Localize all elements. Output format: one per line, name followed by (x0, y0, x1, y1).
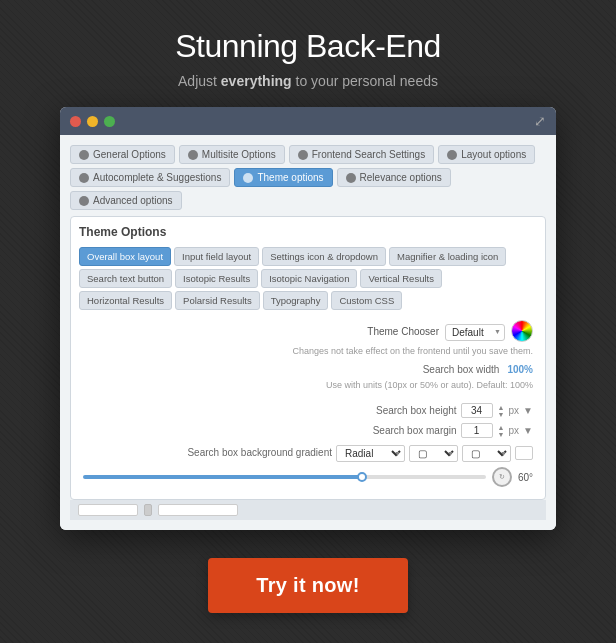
form-area: Theme Chooser Default Changes not take e… (79, 320, 537, 487)
search-box-height-label: Search box height (376, 405, 457, 416)
gradient-color1-select[interactable]: ▢ (409, 445, 458, 462)
height-unit-dropdown[interactable]: ▼ (523, 405, 533, 416)
tab-autocomplete-label: Autocomplete & Suggestions (93, 172, 221, 183)
search-box-width-hint-row: Use with units (10px or 50% or auto). De… (83, 380, 533, 398)
gradient-type-select[interactable]: Radial Linear (336, 445, 405, 462)
strip-item-1 (78, 504, 138, 516)
search-box-margin-input[interactable]: 1 (461, 423, 493, 438)
rotation-icon[interactable]: ↻ (492, 467, 512, 487)
margin-spinner[interactable]: ▲ ▼ (498, 424, 505, 438)
search-box-width-value: 100% (507, 364, 533, 375)
subtab-search-text[interactable]: Search text button (79, 269, 172, 288)
search-box-height-input[interactable]: 34 (461, 403, 493, 418)
height-up-arrow[interactable]: ▲ (498, 404, 505, 411)
color-swatch[interactable] (511, 320, 533, 342)
tab-layout-options[interactable]: Layout options (438, 145, 535, 164)
gradient-color2-wrapper[interactable]: ▢ (462, 443, 511, 462)
browser-content: General Options Multisite Options Fronte… (60, 135, 556, 530)
tab-advanced-label: Advanced options (93, 195, 173, 206)
page-title: Stunning Back-End (175, 28, 440, 65)
theme-options-panel: Theme Options Overall box layout Input f… (70, 216, 546, 500)
subtab-isotopic-results[interactable]: Isotopic Results (175, 269, 258, 288)
subtab-typography[interactable]: Typography (263, 291, 329, 310)
theme-section-title: Theme Options (79, 225, 537, 239)
tab-icon (79, 150, 89, 160)
browser-maximize-dot[interactable] (104, 116, 115, 127)
tab-icon (79, 196, 89, 206)
bottom-strip (70, 500, 546, 520)
browser-titlebar: ⤢ (60, 107, 556, 135)
expand-icon[interactable]: ⤢ (534, 113, 546, 129)
subtitle-bold: everything (221, 73, 292, 89)
theme-chooser-row: Theme Chooser Default (83, 320, 533, 342)
search-box-width-label: Search box width (423, 364, 500, 375)
nav-row-1: General Options Multisite Options Fronte… (70, 145, 546, 164)
subtab-polarsid[interactable]: Polarsid Results (175, 291, 260, 310)
tab-frontend-search[interactable]: Frontend Search Settings (289, 145, 434, 164)
gradient-slider-track[interactable] (83, 475, 486, 479)
subtab-settings-icon[interactable]: Settings icon & dropdown (262, 247, 386, 266)
subtab-vertical[interactable]: Vertical Results (360, 269, 441, 288)
tab-relevance[interactable]: Relevance options (337, 168, 451, 187)
cta-wrapper: Try it now! (208, 558, 407, 613)
gradient-color3-box[interactable] (515, 446, 533, 460)
sub-tabs-row: Overall box layout Input field layout Se… (79, 247, 537, 310)
tab-icon (298, 150, 308, 160)
tab-general-options-label: General Options (93, 149, 166, 160)
subtab-isotopic-nav[interactable]: Isotopic Navigation (261, 269, 357, 288)
theme-chooser-select-wrapper[interactable]: Default (445, 322, 505, 341)
height-unit: px (509, 405, 520, 416)
nav-row-2: Autocomplete & Suggestions Theme options… (70, 168, 546, 210)
subtab-custom-css[interactable]: Custom CSS (331, 291, 402, 310)
height-spinner[interactable]: ▲ ▼ (498, 404, 505, 418)
margin-unit: px (509, 425, 520, 436)
subtab-overall-box[interactable]: Overall box layout (79, 247, 171, 266)
tab-multisite-options[interactable]: Multisite Options (179, 145, 285, 164)
gradient-label: Search box background gradient (187, 447, 332, 458)
subtitle-before: Adjust (178, 73, 221, 89)
rotation-value: 60° (518, 472, 533, 483)
search-box-height-row: Search box height 34 ▲ ▼ px ▼ (83, 403, 533, 418)
theme-hint-text: Changes not take effect on the frontend … (83, 346, 533, 356)
tab-layout-options-label: Layout options (461, 149, 526, 160)
page-subtitle: Adjust everything to your personal needs (175, 73, 440, 89)
tab-relevance-label: Relevance options (360, 172, 442, 183)
margin-unit-dropdown[interactable]: ▼ (523, 425, 533, 436)
tab-icon (447, 150, 457, 160)
page-header: Stunning Back-End Adjust everything to y… (175, 0, 440, 107)
tab-autocomplete[interactable]: Autocomplete & Suggestions (70, 168, 230, 187)
theme-chooser-label: Theme Chooser (367, 326, 439, 337)
browser-window: ⤢ General Options Multisite Options Fron… (60, 107, 556, 530)
subtab-horizontal[interactable]: Horizontal Results (79, 291, 172, 310)
subtab-magnifier[interactable]: Magnifier & loading icon (389, 247, 506, 266)
tab-advanced[interactable]: Advanced options (70, 191, 182, 210)
search-box-margin-label: Search box margin (373, 425, 457, 436)
height-down-arrow[interactable]: ▼ (498, 411, 505, 418)
browser-close-dot[interactable] (70, 116, 81, 127)
theme-chooser-select[interactable]: Default (445, 324, 505, 341)
gradient-slider-thumb[interactable] (357, 472, 367, 482)
try-it-now-button[interactable]: Try it now! (208, 558, 407, 613)
margin-down-arrow[interactable]: ▼ (498, 431, 505, 438)
gradient-color1-wrapper[interactable]: ▢ (409, 443, 458, 462)
strip-item-3 (158, 504, 238, 516)
tab-icon (243, 173, 253, 183)
tab-theme-options[interactable]: Theme options (234, 168, 332, 187)
subtab-input-field[interactable]: Input field layout (174, 247, 259, 266)
tab-multisite-options-label: Multisite Options (202, 149, 276, 160)
search-box-width-hint: Use with units (10px or 50% or auto). De… (326, 380, 533, 390)
browser-minimize-dot[interactable] (87, 116, 98, 127)
tab-theme-options-label: Theme options (257, 172, 323, 183)
search-box-margin-row: Search box margin 1 ▲ ▼ px ▼ (83, 423, 533, 438)
subtitle-after: to your personal needs (292, 73, 438, 89)
margin-up-arrow[interactable]: ▲ (498, 424, 505, 431)
tab-icon (188, 150, 198, 160)
tab-frontend-search-label: Frontend Search Settings (312, 149, 425, 160)
tab-icon (79, 173, 89, 183)
gradient-row: Search box background gradient Radial Li… (83, 443, 533, 462)
gradient-color2-select[interactable]: ▢ (462, 445, 511, 462)
strip-item-2 (144, 504, 152, 516)
search-box-width-row: Search box width 100% (83, 364, 533, 375)
tab-general-options[interactable]: General Options (70, 145, 175, 164)
gradient-type-wrapper[interactable]: Radial Linear (336, 443, 405, 462)
